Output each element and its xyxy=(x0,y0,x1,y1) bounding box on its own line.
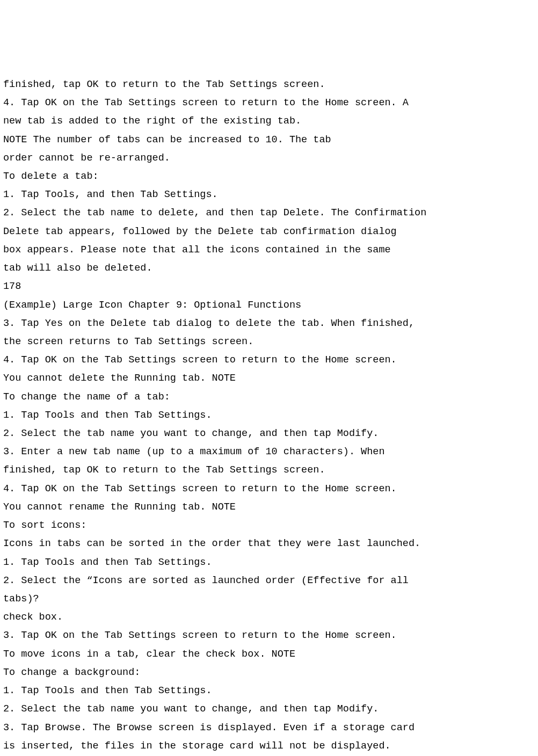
text-line: To change a background: xyxy=(3,664,535,682)
text-line: 2. Select the tab name to delete, and th… xyxy=(3,204,535,222)
text-line: (Example) Large Icon Chapter 9: Optional… xyxy=(3,296,535,315)
text-line: 2. Select the tab name you want to chang… xyxy=(3,700,535,718)
text-line: finished, tap OK to return to the Tab Se… xyxy=(3,76,535,94)
text-line: 3. Tap Browse. The Browse screen is disp… xyxy=(3,719,535,737)
text-line: check box. xyxy=(3,608,535,627)
text-line: 2. Select the “Icons are sorted as launc… xyxy=(3,572,535,590)
text-line: tab will also be deleted. xyxy=(3,259,535,278)
text-line: 3. Tap Yes on the Delete tab dialog to d… xyxy=(3,315,535,333)
text-line: 3. Tap OK on the Tab Settings screen to … xyxy=(3,627,535,645)
text-line: 1. Tap Tools and then Tab Settings. xyxy=(3,554,535,572)
text-line: To delete a tab: xyxy=(3,168,535,186)
text-line: You cannot delete the Running tab. NOTE xyxy=(3,369,535,388)
text-line: Delete tab appears, followed by the Dele… xyxy=(3,223,535,241)
text-line: box appears. Please note that all the ic… xyxy=(3,241,535,259)
document-body: finished, tap OK to return to the Tab Se… xyxy=(3,76,535,756)
text-line: To change the name of a tab: xyxy=(3,388,535,406)
text-line: 1. Tap Tools and then Tab Settings. xyxy=(3,682,535,700)
text-line: To sort icons: xyxy=(3,517,535,535)
text-line: To move icons in a tab, clear the check … xyxy=(3,645,535,664)
text-line: 4. Tap OK on the Tab Settings screen to … xyxy=(3,94,535,112)
text-line: finished, tap OK to return to the Tab Se… xyxy=(3,461,535,479)
text-line: 4. Tap OK on the Tab Settings screen to … xyxy=(3,351,535,369)
text-line: order cannot be re-arranged. xyxy=(3,149,535,168)
text-line: Icons in tabs can be sorted in the order… xyxy=(3,535,535,553)
text-line: tabs)? xyxy=(3,590,535,608)
text-line: the screen returns to Tab Settings scree… xyxy=(3,333,535,351)
text-line: 1. Tap Tools, and then Tab Settings. xyxy=(3,186,535,204)
text-line: 3. Enter a new tab name (up to a maximum… xyxy=(3,443,535,461)
text-line: 1. Tap Tools and then Tab Settings. xyxy=(3,406,535,425)
text-line: NOTE The number of tabs can be increased… xyxy=(3,131,535,149)
text-line: 2. Select the tab name you want to chang… xyxy=(3,425,535,443)
text-line: new tab is added to the right of the exi… xyxy=(3,112,535,130)
text-line: is inserted, the files in the storage ca… xyxy=(3,737,535,755)
text-line: 178 xyxy=(3,278,535,296)
text-line: 4. Tap OK on the Tab Settings screen to … xyxy=(3,480,535,498)
text-line: You cannot rename the Running tab. NOTE xyxy=(3,498,535,517)
